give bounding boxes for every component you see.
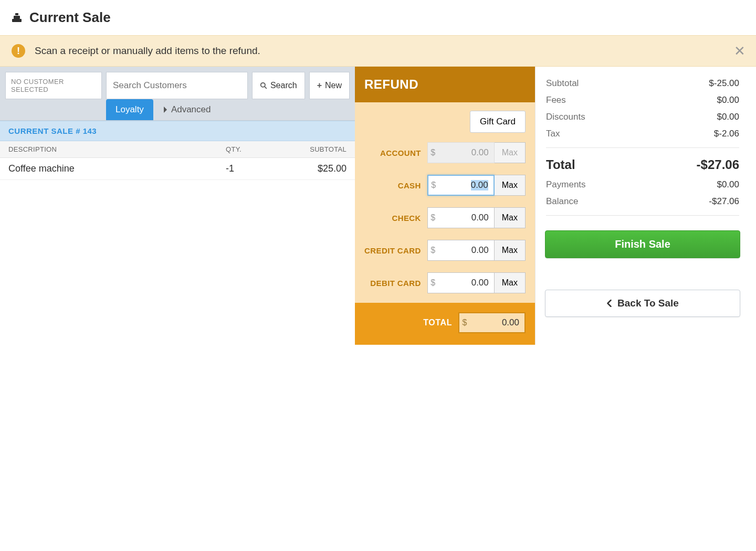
page-title: Current Sale bbox=[29, 9, 111, 26]
label-credit: CREDIT CARD bbox=[364, 246, 427, 255]
totals-panel: Subtotal$-25.00 Fees$0.00 Discounts$0.00… bbox=[536, 67, 756, 216]
cell-description: Coffee machine bbox=[8, 163, 226, 174]
tab-advanced-label: Advanced bbox=[171, 104, 211, 115]
value-payments: $0.00 bbox=[717, 179, 739, 190]
value-tax: $-2.06 bbox=[714, 129, 739, 139]
table-row[interactable]: Coffee machine -1 $25.00 bbox=[0, 158, 355, 180]
gift-card-button[interactable]: Gift Card bbox=[470, 111, 526, 133]
search-button[interactable]: Search bbox=[252, 72, 305, 99]
cash-max-button[interactable]: Max bbox=[495, 175, 526, 196]
debit-max-button[interactable]: Max bbox=[495, 272, 526, 293]
label-account: ACCOUNT bbox=[364, 149, 427, 157]
value-subtotal: $-25.00 bbox=[709, 78, 739, 89]
label-payments: Payments bbox=[546, 179, 586, 190]
new-button-label: New bbox=[325, 81, 342, 90]
tab-advanced[interactable]: Advanced bbox=[153, 99, 220, 120]
cash-register-icon bbox=[10, 12, 23, 24]
exclamation-icon: ! bbox=[12, 44, 25, 58]
label-subtotal: Subtotal bbox=[546, 78, 579, 89]
dollar-icon: $ bbox=[428, 181, 439, 190]
dollar-icon: $ bbox=[428, 148, 438, 157]
label-debit: DEBIT CARD bbox=[364, 279, 427, 288]
value-grand-total: -$27.06 bbox=[697, 157, 739, 172]
check-max-button[interactable]: Max bbox=[495, 207, 526, 228]
svg-rect-0 bbox=[12, 19, 22, 22]
label-total: TOTAL bbox=[364, 318, 458, 327]
credit-input-box: $ bbox=[427, 240, 495, 261]
cash-input-box: $ bbox=[427, 175, 495, 196]
credit-max-button[interactable]: Max bbox=[495, 240, 526, 261]
refund-total-row: TOTAL $ bbox=[355, 303, 535, 345]
account-input-box: $ bbox=[427, 142, 495, 163]
banner-message: Scan a receipt or manually add items to … bbox=[35, 45, 260, 57]
dollar-icon: $ bbox=[428, 213, 438, 222]
col-subtotal: SUBTOTAL bbox=[284, 145, 346, 153]
table-header: DESCRIPTION QTY. SUBTOTAL bbox=[0, 141, 355, 158]
refund-row-cash: CASH $ Max bbox=[364, 175, 526, 196]
back-to-sale-button[interactable]: Back To Sale bbox=[545, 290, 740, 317]
svg-rect-1 bbox=[14, 16, 20, 19]
close-icon[interactable]: ✕ bbox=[734, 44, 746, 58]
debit-input-box: $ bbox=[427, 272, 495, 293]
refund-panel: REFUND Gift Card ACCOUNT $ Max bbox=[355, 67, 535, 345]
credit-input[interactable] bbox=[438, 245, 494, 256]
label-discounts: Discounts bbox=[546, 112, 585, 122]
customer-search-wrap bbox=[106, 72, 248, 99]
label-balance: Balance bbox=[546, 196, 578, 207]
col-description: DESCRIPTION bbox=[8, 145, 226, 153]
no-customer-label: NO CUSTOMER SELECTED bbox=[5, 72, 102, 99]
tab-loyalty[interactable]: Loyalty bbox=[106, 99, 153, 120]
page-header: Current Sale bbox=[0, 0, 756, 35]
dollar-icon: $ bbox=[428, 278, 438, 288]
label-tax: Tax bbox=[546, 129, 560, 139]
account-max-button: Max bbox=[495, 142, 526, 163]
customer-bar: NO CUSTOMER SELECTED Search + New bbox=[0, 67, 355, 121]
sale-heading: CURRENT SALE # 143 bbox=[0, 121, 355, 141]
plus-icon: + bbox=[317, 81, 322, 90]
refund-row-debit: DEBIT CARD $ Max bbox=[364, 272, 526, 293]
label-check: CHECK bbox=[364, 214, 427, 222]
label-grand-total: Total bbox=[546, 157, 575, 172]
svg-line-4 bbox=[265, 87, 267, 89]
info-banner: ! Scan a receipt or manually add items t… bbox=[0, 35, 756, 67]
chevron-left-icon bbox=[606, 300, 612, 307]
refund-row-account: ACCOUNT $ Max bbox=[364, 142, 526, 163]
cell-subtotal: $25.00 bbox=[284, 163, 346, 174]
total-box: $ bbox=[458, 312, 526, 333]
account-input bbox=[438, 147, 494, 158]
label-cash: CASH bbox=[364, 181, 427, 190]
value-fees: $0.00 bbox=[717, 95, 739, 105]
check-input[interactable] bbox=[438, 213, 494, 223]
svg-rect-2 bbox=[15, 13, 18, 15]
new-customer-button[interactable]: + New bbox=[309, 72, 350, 99]
finish-sale-button[interactable]: Finish Sale bbox=[545, 230, 740, 258]
refund-title: REFUND bbox=[355, 67, 535, 102]
search-icon bbox=[260, 82, 267, 89]
dollar-icon: $ bbox=[428, 246, 438, 255]
svg-point-3 bbox=[261, 83, 265, 87]
check-input-box: $ bbox=[427, 207, 495, 228]
col-qty: QTY. bbox=[226, 145, 284, 153]
back-to-sale-label: Back To Sale bbox=[617, 298, 679, 309]
customer-search-input[interactable] bbox=[107, 75, 247, 96]
label-fees: Fees bbox=[546, 95, 566, 105]
value-discounts: $0.00 bbox=[717, 112, 739, 122]
chevron-right-icon bbox=[163, 107, 168, 113]
cash-input[interactable] bbox=[439, 180, 494, 190]
debit-input[interactable] bbox=[438, 278, 494, 288]
total-value bbox=[470, 317, 524, 328]
refund-row-credit: CREDIT CARD $ Max bbox=[364, 240, 526, 261]
value-balance: -$27.06 bbox=[709, 196, 739, 207]
dollar-icon: $ bbox=[459, 318, 470, 327]
refund-row-check: CHECK $ Max bbox=[364, 207, 526, 228]
cell-qty: -1 bbox=[226, 163, 284, 174]
search-button-label: Search bbox=[270, 81, 297, 90]
